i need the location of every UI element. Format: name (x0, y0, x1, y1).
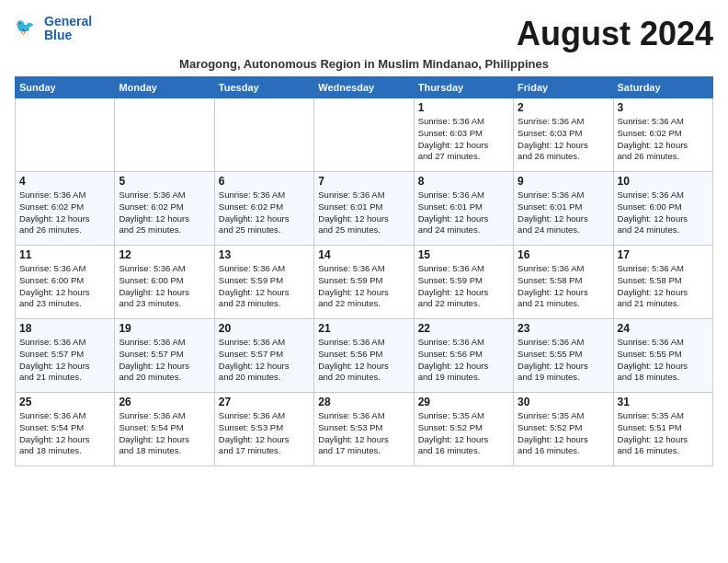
day-number: 19 (119, 322, 210, 335)
weekday-header-monday: Monday (115, 77, 214, 98)
day-detail: Sunrise: 5:36 AM Sunset: 5:57 PM Dayligh… (19, 337, 110, 384)
calendar-cell-5: 2Sunrise: 5:36 AM Sunset: 6:03 PM Daylig… (514, 98, 613, 172)
calendar-cell-34: 31Sunrise: 5:35 AM Sunset: 5:51 PM Dayli… (613, 393, 712, 466)
calendar-cell-4: 1Sunrise: 5:36 AM Sunset: 6:03 PM Daylig… (414, 98, 513, 172)
day-detail: Sunrise: 5:36 AM Sunset: 5:58 PM Dayligh… (618, 263, 709, 310)
weekday-header-tuesday: Tuesday (214, 77, 313, 98)
month-title: August 2024 (517, 15, 713, 53)
day-number: 3 (618, 101, 709, 114)
day-number: 23 (518, 322, 609, 335)
day-number: 30 (518, 396, 609, 408)
day-detail: Sunrise: 5:36 AM Sunset: 6:00 PM Dayligh… (19, 263, 110, 310)
calendar-cell-28: 25Sunrise: 5:36 AM Sunset: 5:54 PM Dayli… (16, 393, 115, 466)
day-number: 10 (618, 175, 709, 188)
day-number: 21 (318, 322, 409, 335)
calendar-cell-32: 29Sunrise: 5:35 AM Sunset: 5:52 PM Dayli… (414, 393, 513, 466)
week-row-5: 25Sunrise: 5:36 AM Sunset: 5:54 PM Dayli… (16, 393, 713, 466)
day-number: 31 (618, 396, 709, 408)
calendar-cell-25: 22Sunrise: 5:36 AM Sunset: 5:56 PM Dayli… (414, 319, 513, 393)
calendar-cell-14: 11Sunrise: 5:36 AM Sunset: 6:00 PM Dayli… (16, 246, 115, 319)
day-detail: Sunrise: 5:36 AM Sunset: 6:00 PM Dayligh… (119, 263, 210, 310)
calendar-cell-11: 8Sunrise: 5:36 AM Sunset: 6:01 PM Daylig… (414, 172, 513, 246)
day-number: 14 (318, 248, 409, 261)
calendar-cell-10: 7Sunrise: 5:36 AM Sunset: 6:01 PM Daylig… (314, 172, 414, 246)
day-detail: Sunrise: 5:35 AM Sunset: 5:52 PM Dayligh… (518, 410, 609, 457)
day-detail: Sunrise: 5:36 AM Sunset: 5:59 PM Dayligh… (219, 263, 310, 310)
calendar-cell-23: 20Sunrise: 5:36 AM Sunset: 5:57 PM Dayli… (214, 319, 313, 393)
logo-text: General Blue (44, 15, 92, 43)
calendar-cell-31: 28Sunrise: 5:36 AM Sunset: 5:53 PM Dayli… (314, 393, 414, 466)
weekday-header-saturday: Saturday (613, 77, 712, 98)
day-detail: Sunrise: 5:36 AM Sunset: 5:54 PM Dayligh… (119, 410, 210, 457)
day-detail: Sunrise: 5:36 AM Sunset: 6:00 PM Dayligh… (618, 190, 709, 236)
day-detail: Sunrise: 5:36 AM Sunset: 6:01 PM Dayligh… (418, 190, 509, 236)
day-number: 16 (518, 248, 609, 261)
calendar-cell-16: 13Sunrise: 5:36 AM Sunset: 5:59 PM Dayli… (214, 246, 313, 319)
week-row-2: 4Sunrise: 5:36 AM Sunset: 6:02 PM Daylig… (16, 172, 713, 246)
day-detail: Sunrise: 5:36 AM Sunset: 5:59 PM Dayligh… (318, 263, 409, 310)
calendar-subtitle: Marogong, Autonomous Region in Muslim Mi… (15, 57, 713, 71)
day-number: 24 (618, 322, 709, 335)
week-row-1: 1Sunrise: 5:36 AM Sunset: 6:03 PM Daylig… (16, 98, 713, 172)
calendar-cell-9: 6Sunrise: 5:36 AM Sunset: 6:02 PM Daylig… (214, 172, 313, 246)
day-number: 29 (418, 396, 509, 408)
day-detail: Sunrise: 5:36 AM Sunset: 5:57 PM Dayligh… (219, 337, 310, 384)
day-number: 26 (119, 396, 210, 408)
calendar-cell-29: 26Sunrise: 5:36 AM Sunset: 5:54 PM Dayli… (115, 393, 214, 466)
day-detail: Sunrise: 5:36 AM Sunset: 6:01 PM Dayligh… (318, 190, 409, 236)
day-number: 11 (19, 248, 110, 261)
day-number: 6 (219, 175, 310, 188)
day-detail: Sunrise: 5:36 AM Sunset: 5:55 PM Dayligh… (618, 337, 709, 384)
week-row-3: 11Sunrise: 5:36 AM Sunset: 6:00 PM Dayli… (16, 246, 713, 319)
calendar-cell-33: 30Sunrise: 5:35 AM Sunset: 5:52 PM Dayli… (514, 393, 613, 466)
day-detail: Sunrise: 5:35 AM Sunset: 5:52 PM Dayligh… (418, 410, 509, 457)
day-number: 5 (119, 175, 210, 188)
calendar-cell-27: 24Sunrise: 5:36 AM Sunset: 5:55 PM Dayli… (613, 319, 712, 393)
day-detail: Sunrise: 5:36 AM Sunset: 6:03 PM Dayligh… (518, 116, 609, 163)
day-detail: Sunrise: 5:36 AM Sunset: 6:02 PM Dayligh… (219, 190, 310, 236)
calendar-table: SundayMondayTuesdayWednesdayThursdayFrid… (15, 76, 713, 466)
day-number: 25 (19, 396, 110, 408)
day-detail: Sunrise: 5:36 AM Sunset: 5:53 PM Dayligh… (318, 410, 409, 457)
week-row-4: 18Sunrise: 5:36 AM Sunset: 5:57 PM Dayli… (16, 319, 713, 393)
calendar-cell-15: 12Sunrise: 5:36 AM Sunset: 6:00 PM Dayli… (115, 246, 214, 319)
day-number: 12 (119, 248, 210, 261)
calendar-cell-18: 15Sunrise: 5:36 AM Sunset: 5:59 PM Dayli… (414, 246, 513, 319)
calendar-cell-19: 16Sunrise: 5:36 AM Sunset: 5:58 PM Dayli… (514, 246, 613, 319)
day-detail: Sunrise: 5:36 AM Sunset: 6:02 PM Dayligh… (618, 116, 709, 163)
day-number: 27 (219, 396, 310, 408)
calendar-cell-8: 5Sunrise: 5:36 AM Sunset: 6:02 PM Daylig… (115, 172, 214, 246)
day-number: 22 (418, 322, 509, 335)
day-detail: Sunrise: 5:36 AM Sunset: 5:58 PM Dayligh… (518, 263, 609, 310)
calendar-cell-20: 17Sunrise: 5:36 AM Sunset: 5:58 PM Dayli… (613, 246, 712, 319)
day-detail: Sunrise: 5:35 AM Sunset: 5:51 PM Dayligh… (618, 410, 709, 457)
day-number: 20 (219, 322, 310, 335)
day-number: 28 (318, 396, 409, 408)
calendar-cell-26: 23Sunrise: 5:36 AM Sunset: 5:55 PM Dayli… (514, 319, 613, 393)
day-number: 17 (618, 248, 709, 261)
calendar-cell-3 (314, 98, 414, 172)
logo-bird-icon: 🐦 (15, 16, 40, 41)
calendar-cell-17: 14Sunrise: 5:36 AM Sunset: 5:59 PM Dayli… (314, 246, 414, 319)
day-detail: Sunrise: 5:36 AM Sunset: 5:53 PM Dayligh… (219, 410, 310, 457)
calendar-cell-7: 4Sunrise: 5:36 AM Sunset: 6:02 PM Daylig… (16, 172, 115, 246)
svg-text:🐦: 🐦 (15, 17, 35, 37)
day-detail: Sunrise: 5:36 AM Sunset: 5:56 PM Dayligh… (418, 337, 509, 384)
day-number: 8 (418, 175, 509, 188)
day-number: 1 (418, 101, 509, 114)
logo: 🐦 General Blue (15, 15, 92, 43)
day-number: 4 (19, 175, 110, 188)
calendar-cell-6: 3Sunrise: 5:36 AM Sunset: 6:02 PM Daylig… (613, 98, 712, 172)
day-number: 15 (418, 248, 509, 261)
day-number: 13 (219, 248, 310, 261)
day-detail: Sunrise: 5:36 AM Sunset: 6:02 PM Dayligh… (19, 190, 110, 236)
day-number: 18 (19, 322, 110, 335)
day-detail: Sunrise: 5:36 AM Sunset: 5:54 PM Dayligh… (19, 410, 110, 457)
calendar-cell-2 (214, 98, 313, 172)
day-detail: Sunrise: 5:36 AM Sunset: 6:02 PM Dayligh… (119, 190, 210, 236)
calendar-cell-0 (16, 98, 115, 172)
day-detail: Sunrise: 5:36 AM Sunset: 5:59 PM Dayligh… (418, 263, 509, 310)
calendar-cell-22: 19Sunrise: 5:36 AM Sunset: 5:57 PM Dayli… (115, 319, 214, 393)
day-detail: Sunrise: 5:36 AM Sunset: 5:56 PM Dayligh… (318, 337, 409, 384)
day-detail: Sunrise: 5:36 AM Sunset: 6:01 PM Dayligh… (518, 190, 609, 236)
